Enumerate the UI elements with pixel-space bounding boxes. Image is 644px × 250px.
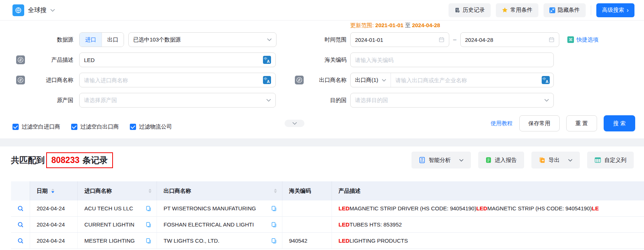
cell-product-desc: LED TUBES HTS: 853952 xyxy=(332,217,644,232)
svg-text:⌘: ⌘ xyxy=(569,37,573,42)
row-detail-button[interactable] xyxy=(11,217,30,232)
checkbox-checked-icon[interactable] xyxy=(71,124,77,130)
origin-country-select[interactable]: 请选择原产国 xyxy=(79,93,276,108)
date-start-input[interactable] xyxy=(350,32,449,47)
date-end-input[interactable] xyxy=(460,32,559,47)
copy-button[interactable] xyxy=(143,206,151,211)
copy-button[interactable] xyxy=(268,206,277,211)
copy-button[interactable] xyxy=(268,238,277,244)
svg-text:A: A xyxy=(546,79,549,84)
chevron-down-icon[interactable] xyxy=(50,9,55,12)
hs-code-input[interactable] xyxy=(350,52,554,67)
chevron-down-icon xyxy=(266,99,271,102)
importer-field[interactable] xyxy=(84,77,260,83)
header-importer-label: 进口商名称 xyxy=(84,188,112,195)
cell-importer[interactable]: ACU TECH US LLC xyxy=(78,200,157,216)
checkbox-filter-logistics[interactable]: 过滤物流公司 xyxy=(130,123,172,130)
export-button[interactable]: 导出 xyxy=(531,152,580,169)
custom-columns-button[interactable]: 自定义列 xyxy=(587,152,634,169)
cell-exporter[interactable]: PT WISETRONICS MANUFATURING xyxy=(157,200,282,216)
copy-button[interactable] xyxy=(143,222,151,228)
data-source-selected: 已选中103个数据源 xyxy=(133,36,264,43)
date-start-field[interactable] xyxy=(355,37,436,43)
magnifier-icon xyxy=(17,221,24,228)
translate-icon[interactable]: 中A xyxy=(542,76,550,84)
cell-exporter[interactable]: TW LIGHTS CO., LTD. xyxy=(157,233,282,249)
hs-code-field[interactable] xyxy=(355,57,549,63)
destination-country-label: 目的国 xyxy=(290,97,347,104)
cell-hs-code xyxy=(282,200,332,216)
collapse-form-button[interactable] xyxy=(285,120,304,127)
copy-pages-icon xyxy=(271,222,277,228)
synonym-expand-button[interactable] xyxy=(16,76,25,84)
sort-control[interactable] xyxy=(51,189,54,193)
brand[interactable]: 全球搜 xyxy=(12,4,55,16)
header-importer[interactable]: 进口商名称 xyxy=(78,181,157,200)
exporter-field[interactable] xyxy=(391,77,539,83)
smart-analysis-button[interactable]: BI 智能分析 xyxy=(411,152,471,169)
import-toggle[interactable]: 进口 xyxy=(80,33,102,47)
cell-exporter[interactable]: FOSHAN ELECTRICAL AND LIGHTI xyxy=(157,217,282,232)
translate-icon[interactable]: 中A xyxy=(263,56,271,64)
hs-code-label: 海关编码 xyxy=(290,57,347,64)
copy-button[interactable] xyxy=(268,222,277,228)
update-range-end: 2024-04-28 xyxy=(412,22,440,28)
sort-control[interactable] xyxy=(149,189,151,193)
hide-conditions-button[interactable]: 隐藏条件 xyxy=(544,3,586,17)
export-dropdown-toggle[interactable] xyxy=(568,159,572,162)
header-date[interactable]: 日期 xyxy=(30,181,78,200)
cell-product-desc: LED LIGHTING PRODUCTS xyxy=(332,233,644,249)
exporter-type-select[interactable]: 出口商(1) xyxy=(351,73,391,87)
destination-country-select[interactable]: 请选择目的国 xyxy=(350,93,554,108)
section-divider xyxy=(0,138,644,146)
enter-report-button[interactable]: 进入报告 xyxy=(478,152,524,169)
importer-input[interactable]: 中A xyxy=(79,73,276,87)
exporter-name[interactable]: PT WISETRONICS MANUFATURING xyxy=(164,205,256,211)
tutorial-link[interactable]: 使用教程 xyxy=(491,120,513,127)
cell-importer[interactable]: MESTER LIGHTING xyxy=(78,233,157,249)
match-summary: 共匹配到 808233 条记录 xyxy=(11,152,113,168)
row-detail-button[interactable] xyxy=(11,200,30,216)
checkbox-checked-icon[interactable] xyxy=(12,124,19,130)
favorites-button[interactable]: 常用条件 xyxy=(496,3,538,17)
header-exporter[interactable]: 出口商名称 xyxy=(157,181,282,200)
checkbox-filter-blank-importer[interactable]: 过滤空白进口商 xyxy=(12,123,60,130)
date-end-field[interactable] xyxy=(465,37,546,43)
header-hs-code: 海关编码 xyxy=(282,181,332,200)
header-hs-code-label: 海关编码 xyxy=(289,188,311,195)
advanced-search-label: 高级搜索 xyxy=(602,7,624,14)
row-detail-button[interactable] xyxy=(11,233,30,249)
search-button[interactable]: 搜 索 xyxy=(604,115,635,131)
checkbox-filter-blank-exporter[interactable]: 过滤空白出口商 xyxy=(71,123,119,130)
table-row[interactable]: 2024-04-24 MESTER LIGHTING TW LIGHTS CO.… xyxy=(11,233,644,249)
history-clock-icon xyxy=(454,7,460,13)
sort-control[interactable] xyxy=(274,189,277,193)
importer-name[interactable]: ACU TECH US LLC xyxy=(84,205,133,211)
importer-name[interactable]: CURRENT LIGHTIN xyxy=(84,221,134,228)
advanced-search-button[interactable]: 高级搜索 › xyxy=(596,3,634,17)
save-common-button[interactable]: 保存常用 xyxy=(519,115,560,131)
data-source-select[interactable]: 已选中103个数据源 xyxy=(128,32,277,47)
synonym-expand-button[interactable] xyxy=(295,76,304,84)
importer-name[interactable]: MESTER LIGHTING xyxy=(84,238,135,244)
row-exporter: 出口商名称 出口商(1) 中A xyxy=(290,73,554,87)
translate-icon[interactable]: 中A xyxy=(263,76,271,84)
product-desc-input[interactable]: 中A xyxy=(79,52,276,67)
cell-date: 2024-04-24 xyxy=(30,233,78,249)
copy-button[interactable] xyxy=(143,238,151,244)
table-row[interactable]: 2024-04-24 CURRENT LIGHTIN FOSHAN ELECTR… xyxy=(11,217,644,233)
reset-button[interactable]: 重 置 xyxy=(566,115,597,131)
checkbox-label: 过滤空白出口商 xyxy=(80,123,119,130)
smart-analysis-label: 智能分析 xyxy=(429,157,451,164)
synonym-expand-button[interactable] xyxy=(16,55,25,64)
export-toggle[interactable]: 出口 xyxy=(102,33,124,47)
exporter-name[interactable]: TW LIGHTS CO., LTD. xyxy=(164,238,219,244)
quick-options[interactable]: ⌘ 快捷选项 xyxy=(567,36,599,43)
exporter-name[interactable]: FOSHAN ELECTRICAL AND LIGHTI xyxy=(164,221,254,228)
history-button[interactable]: 历史记录 xyxy=(449,3,491,17)
table-row[interactable]: 2024-04-24 ACU TECH US LLC PT WISETRONIC… xyxy=(11,200,644,217)
product-desc-field[interactable] xyxy=(84,57,260,63)
checkbox-checked-icon[interactable] xyxy=(130,124,136,130)
match-prefix: 共匹配到 xyxy=(11,155,45,166)
cell-importer[interactable]: CURRENT LIGHTIN xyxy=(78,217,157,232)
